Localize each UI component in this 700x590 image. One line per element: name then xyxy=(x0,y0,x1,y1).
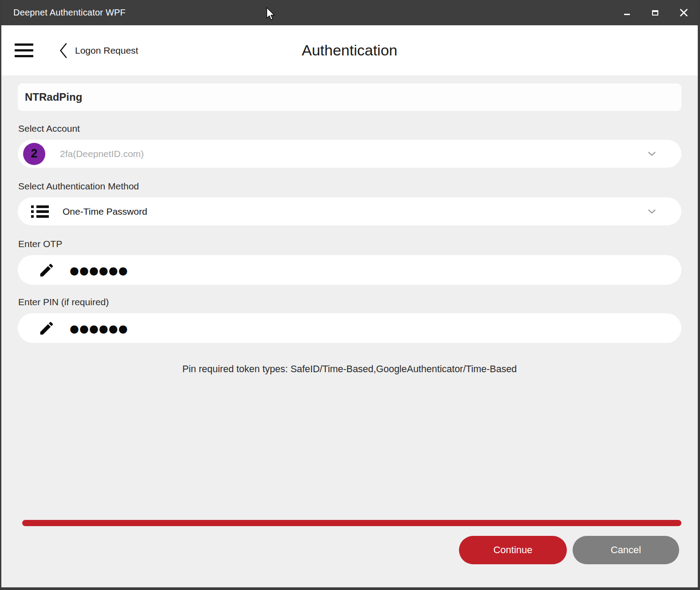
continue-button[interactable]: Continue xyxy=(459,536,567,564)
method-selected-value: One-Time Password xyxy=(63,206,147,217)
maximize-button[interactable] xyxy=(641,0,669,25)
close-button[interactable] xyxy=(669,0,698,25)
progress-bar-fill xyxy=(22,520,681,526)
account-select[interactable]: 2 2fa(DeepnetID.com) xyxy=(18,140,681,168)
maximize-icon xyxy=(652,10,658,16)
footer-buttons: Continue Cancel xyxy=(18,536,679,564)
minimize-button[interactable] xyxy=(613,0,641,25)
app-name-card: NTRadPing xyxy=(18,83,681,111)
main-content: NTRadPing Select Account 2 2fa(DeepnetID… xyxy=(1,75,698,587)
progress-bar xyxy=(22,520,681,526)
chevron-down-icon xyxy=(648,152,656,156)
back-label: Logon Request xyxy=(75,45,138,56)
account-selected-value: 2fa(DeepnetID.com) xyxy=(60,149,144,159)
window-title: Deepnet Authenticator WPF xyxy=(13,8,126,18)
list-icon xyxy=(31,205,49,218)
back-button[interactable]: Logon Request xyxy=(59,43,138,59)
pencil-icon xyxy=(38,320,55,337)
otp-label: Enter OTP xyxy=(18,239,681,249)
method-select[interactable]: One-Time Password xyxy=(18,197,681,225)
cancel-button[interactable]: Cancel xyxy=(573,536,679,564)
chevron-down-icon xyxy=(648,209,656,214)
page-header: Logon Request Authentication xyxy=(1,25,698,75)
window-controls xyxy=(613,0,698,25)
account-badge: 2 xyxy=(23,143,45,165)
hamburger-icon xyxy=(15,49,33,51)
minimize-icon xyxy=(624,14,630,15)
close-icon xyxy=(680,9,688,16)
title-bar: Deepnet Authenticator WPF xyxy=(1,0,698,25)
pin-masked-value: ●●●●●● xyxy=(70,323,128,334)
pin-label: Enter PIN (if required) xyxy=(18,297,681,307)
method-label: Select Authentication Method xyxy=(18,181,681,192)
hamburger-icon xyxy=(15,55,33,57)
app-name: NTRadPing xyxy=(25,91,82,103)
pencil-icon xyxy=(38,262,55,279)
account-label: Select Account xyxy=(18,123,681,134)
app-window: Deepnet Authenticator WPF xyxy=(0,0,700,590)
hamburger-icon xyxy=(15,43,33,46)
menu-button[interactable] xyxy=(15,43,33,57)
pin-note: Pin required token types: SafeID/Time-Ba… xyxy=(18,364,681,375)
spacer xyxy=(18,375,681,520)
pin-input[interactable]: ●●●●●● xyxy=(18,313,681,343)
back-chevron-icon xyxy=(59,43,68,59)
otp-masked-value: ●●●●●● xyxy=(70,264,128,276)
otp-input[interactable]: ●●●●●● xyxy=(18,255,681,285)
